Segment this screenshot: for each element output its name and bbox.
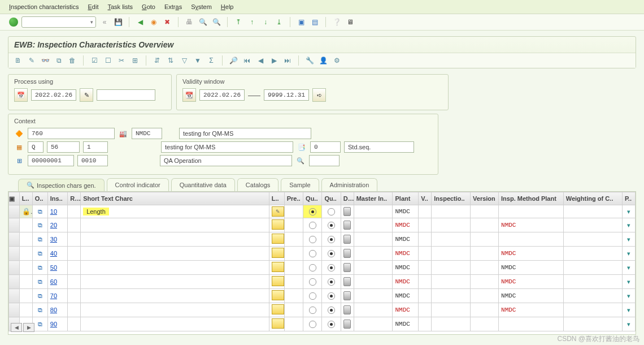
cell-qu1[interactable] xyxy=(303,275,322,289)
edit-text-icon[interactable] xyxy=(272,262,284,272)
validity-from-field[interactable]: 2022.02.26 xyxy=(199,89,245,101)
find-icon[interactable]: 🔍 xyxy=(198,17,208,27)
hdr-v[interactable]: V.. xyxy=(419,192,432,205)
row-select[interactable] xyxy=(9,218,20,232)
cell-v[interactable] xyxy=(419,232,432,247)
hdr-weighting[interactable]: Weighting of C.. xyxy=(563,192,622,205)
sort-desc-icon[interactable]: ⇅ xyxy=(166,55,176,66)
menu-item-goto[interactable]: Goto xyxy=(142,3,155,10)
customize-icon[interactable]: 🖥 xyxy=(345,17,355,27)
hdr-insp-method-plant[interactable]: Insp. Method Plant xyxy=(499,192,564,205)
help-icon[interactable]: ❔ xyxy=(332,17,342,27)
cell-weighting[interactable] xyxy=(563,261,622,275)
radio-quan1[interactable] xyxy=(309,307,316,314)
cell-qu1[interactable] xyxy=(303,261,322,275)
hdr-version[interactable]: Version xyxy=(471,192,499,205)
key-date-icon[interactable]: 📅 xyxy=(14,88,28,102)
cell-qu2[interactable] xyxy=(322,247,341,261)
hdr-qu1[interactable]: Qu.. xyxy=(303,192,322,205)
command-field[interactable] xyxy=(21,16,96,28)
menu-item-extras[interactable]: Extras xyxy=(164,3,182,10)
glasses-icon[interactable]: 👓 xyxy=(40,55,50,66)
cell-plant[interactable]: NMDC xyxy=(393,205,419,218)
select-all-icon[interactable]: ☑ xyxy=(89,55,99,66)
cell-ins-no[interactable]: 40 xyxy=(47,247,67,261)
filter2-icon[interactable]: ▼ xyxy=(193,55,203,66)
cell-p[interactable]: ▾ xyxy=(622,205,635,218)
hdr-inspectio[interactable]: Inspectio.. xyxy=(432,192,471,205)
key-date-field[interactable]: 2022.02.26 xyxy=(31,89,76,101)
search-icon[interactable]: 🔎 xyxy=(228,55,238,66)
row-select[interactable] xyxy=(9,232,20,247)
row-select[interactable] xyxy=(9,247,20,261)
cell-version[interactable] xyxy=(471,317,499,331)
cell-edit[interactable]: ✎ xyxy=(269,205,284,218)
prev-icon[interactable]: ◀ xyxy=(255,55,266,66)
cancel-icon[interactable]: ✖ xyxy=(162,17,172,27)
cell-qu1[interactable] xyxy=(303,303,322,317)
radio-quan2[interactable] xyxy=(328,278,335,286)
cell-edit[interactable] xyxy=(269,247,284,261)
back-group-icon[interactable]: « xyxy=(99,17,110,27)
radio-quan1[interactable] xyxy=(309,292,316,300)
cell-ins-no[interactable]: 20 xyxy=(47,218,67,232)
cell-ins-no[interactable]: 80 xyxy=(47,303,67,317)
radio-quan1[interactable] xyxy=(309,321,316,328)
cell-inspectio[interactable] xyxy=(432,275,471,289)
radio-quan2[interactable] xyxy=(328,250,335,257)
cell-edit[interactable] xyxy=(269,317,284,331)
hdr-p[interactable]: P.. xyxy=(622,192,635,205)
menu-item-help[interactable]: Help xyxy=(221,3,234,10)
cell-short-text[interactable] xyxy=(81,317,269,331)
cell-qu2[interactable] xyxy=(322,205,341,218)
edit-text-icon[interactable] xyxy=(272,234,284,244)
insert-row-icon[interactable]: ⊞ xyxy=(130,55,140,66)
cell-qu2[interactable] xyxy=(322,275,341,289)
cell-v[interactable] xyxy=(419,317,432,331)
table-row[interactable]: ⧉60NMDCNMDC▾ xyxy=(9,275,636,289)
extra-icon[interactable]: ⚙ xyxy=(332,55,342,66)
cell-insp-method-plant[interactable]: NMDC xyxy=(499,247,564,261)
cell-short-text[interactable] xyxy=(81,289,269,303)
row-select[interactable] xyxy=(9,275,20,289)
edit-text-icon[interactable]: ✎ xyxy=(272,206,284,217)
cell-plant[interactable]: NMDC xyxy=(393,218,419,232)
print-icon[interactable]: 🖶 xyxy=(184,17,194,27)
cell-master-in[interactable] xyxy=(354,317,393,331)
menu-item-system[interactable]: System xyxy=(191,3,212,10)
exit-icon[interactable]: ◉ xyxy=(149,17,159,27)
table-row[interactable]: ⧉80NMDCNMDC▾ xyxy=(9,303,636,317)
cell-v[interactable] xyxy=(419,205,432,218)
hdr-r[interactable]: R.. xyxy=(68,192,81,205)
table-row[interactable]: ⧉40NMDCNMDC▾ xyxy=(9,247,636,261)
last-page-icon[interactable]: ⤓ xyxy=(274,17,284,27)
cell-master-in[interactable] xyxy=(354,205,393,218)
operation-no-field[interactable]: 00000001 xyxy=(28,155,74,166)
cell-version[interactable] xyxy=(471,275,499,289)
cell-qu1[interactable] xyxy=(303,289,322,303)
hdr-master-in[interactable]: Master In.. xyxy=(354,192,393,205)
cell-qu2[interactable] xyxy=(322,218,341,232)
assign-icon[interactable]: 👤 xyxy=(318,55,328,66)
hdr-ins[interactable]: Ins.. xyxy=(47,192,67,205)
cell-version[interactable] xyxy=(471,303,499,317)
radio-quan2[interactable] xyxy=(328,264,335,271)
tab-inspection-chars[interactable]: 🔍Inspection chars gen. xyxy=(18,179,105,192)
cell-version[interactable] xyxy=(471,261,499,275)
row-select[interactable] xyxy=(9,303,20,317)
cell-weighting[interactable] xyxy=(563,218,622,232)
hdr-lock[interactable]: L.. xyxy=(19,192,32,205)
cell-master-in[interactable] xyxy=(354,232,393,247)
cell-insp-method-plant[interactable]: NMDC xyxy=(499,218,564,232)
menu-item-edit[interactable]: Edit xyxy=(88,3,99,10)
cell-weighting[interactable] xyxy=(563,232,622,247)
radio-quan1[interactable] xyxy=(309,278,316,286)
cell-inspectio[interactable] xyxy=(432,261,471,275)
cut-icon[interactable]: ✂ xyxy=(116,55,127,66)
change-number-field[interactable] xyxy=(97,89,155,101)
validity-icon[interactable]: 📆 xyxy=(182,88,196,102)
cell-edit[interactable] xyxy=(269,289,284,303)
edit-text-icon[interactable] xyxy=(272,304,284,314)
filter-icon[interactable]: ▽ xyxy=(179,55,189,66)
table-row[interactable]: ⧉70NMDCNMDC▾ xyxy=(9,289,636,303)
